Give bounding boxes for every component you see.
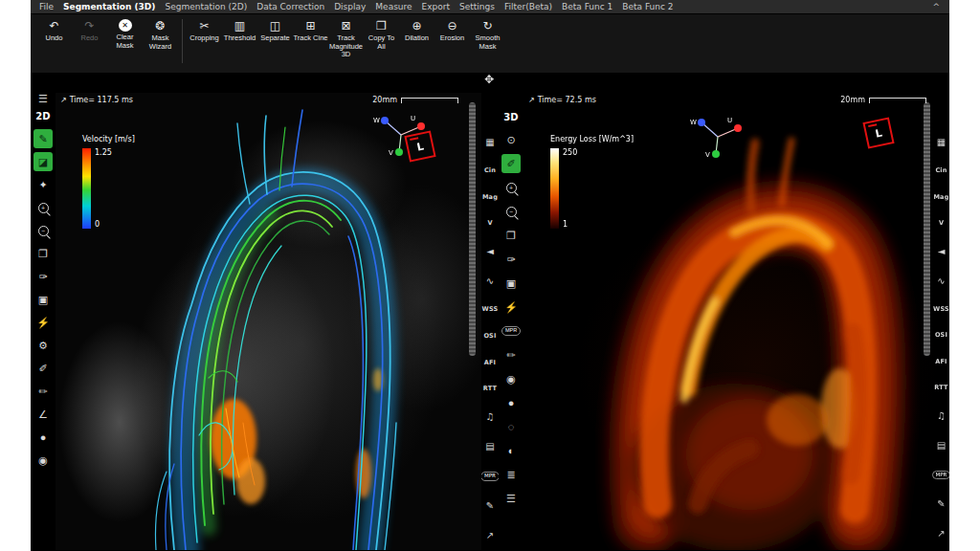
rtt-button[interactable]: RTT <box>483 386 497 392</box>
pencil-icon[interactable]: ✎ <box>937 499 945 509</box>
mag-button[interactable]: Mag <box>933 194 948 201</box>
duplicate-tool-button[interactable]: ❐ <box>33 244 53 263</box>
eraser-tool-button[interactable]: ◪ <box>33 152 53 171</box>
label-map-icon: ▣ <box>38 295 48 305</box>
menu-settings[interactable]: Settings <box>455 2 500 11</box>
left-viewport[interactable]: ↗ Time= 117.5 ms 20mm Velocity [m/s] 1.2… <box>56 93 481 550</box>
scale-ruler <box>401 98 458 103</box>
label-map-tool-button[interactable]: ▣ <box>501 274 521 293</box>
lines-tool-button[interactable]: ≣ <box>501 465 521 484</box>
rtt-button[interactable]: RTT <box>934 385 947 391</box>
menu-display[interactable]: Display <box>329 2 370 11</box>
annotate-tool-button[interactable]: ✏ <box>501 345 521 364</box>
threshold-button[interactable]: ▥ Threshold <box>222 17 257 43</box>
smooth-brush-tool-button[interactable]: ✑ <box>33 267 53 286</box>
cine-button[interactable]: Cin <box>484 167 496 174</box>
clear-mask-button[interactable]: ✕ Clear Mask <box>107 17 143 50</box>
menu-beta-func-1[interactable]: Beta Func 1 <box>557 2 617 11</box>
menu-filter-beta[interactable]: Filter(Beta) <box>500 2 557 11</box>
notes-icon[interactable]: ♫ <box>937 411 946 421</box>
velocity-button[interactable]: V <box>487 220 492 227</box>
mpr-chip[interactable]: MPR <box>480 472 500 481</box>
angle-tool-button[interactable]: ∠ <box>33 405 53 424</box>
copy-to-all-button[interactable]: ❐ Copy To All <box>364 17 399 51</box>
track-cine-button[interactable]: ⊞ Track Cine <box>293 17 328 43</box>
expand-icon[interactable]: ↗ <box>60 96 67 104</box>
wss-button[interactable]: WSS <box>482 306 499 313</box>
camera-tool-button[interactable]: ◉ <box>501 369 521 388</box>
track-magnitude-3d-button[interactable]: ⊠ Track Magnitude 3D <box>328 17 364 59</box>
osi-button[interactable]: OSI <box>935 332 947 339</box>
spinner-tool-button[interactable]: ◌ <box>501 417 521 436</box>
menu-segmentation-3d[interactable]: Segmentation (3D) <box>58 2 160 11</box>
redo-button[interactable]: ↷ Redo <box>72 17 107 43</box>
menu-data-correction[interactable]: Data Correction <box>252 2 329 11</box>
speaker-icon[interactable]: ◄ <box>486 247 494 256</box>
menu-measure[interactable]: Measure <box>370 2 416 11</box>
menu-segmentation-2d[interactable]: Segmentation (2D) <box>160 2 252 11</box>
dropper-tool-button[interactable]: ✐ <box>33 359 53 378</box>
expand-icon[interactable]: ↗ <box>486 531 494 540</box>
zoom-in-icon: + <box>38 203 49 213</box>
contrast-tool-button[interactable]: ◐ <box>501 441 521 460</box>
settings-tool-button[interactable]: ⚙ <box>33 336 53 355</box>
erosion-button[interactable]: ⊖ Erosion <box>434 17 470 43</box>
paint-tool-button[interactable]: ✐ <box>501 154 521 173</box>
smooth-mask-button[interactable]: ↻ Smooth Mask <box>470 17 505 51</box>
cropping-button[interactable]: ✂ Cropping <box>187 17 222 43</box>
flash-tool-button[interactable]: ⚡ <box>501 298 521 317</box>
zoom-out-tool-button[interactable]: − <box>33 221 53 240</box>
cine-button[interactable]: Cin <box>935 167 947 174</box>
zoom-out-icon: − <box>506 207 517 217</box>
dilation-button[interactable]: ⊕ Dilation <box>399 17 434 43</box>
grid-icon[interactable]: ▦ <box>937 138 946 147</box>
afi-button[interactable]: AFI <box>935 359 947 365</box>
grid2-icon[interactable]: ▤ <box>485 442 494 452</box>
brush-tool-button[interactable]: ✑ <box>501 250 521 269</box>
pencil-tool-button[interactable]: ✎ <box>33 129 53 148</box>
wave-icon[interactable]: ∿ <box>937 276 945 286</box>
grid-icon[interactable]: ▦ <box>485 138 494 147</box>
osi-button[interactable]: OSI <box>483 333 496 340</box>
expand-icon[interactable]: ↗ <box>937 529 945 539</box>
menu-beta-func-2[interactable]: Beta Func 2 <box>617 2 678 11</box>
undo-button[interactable]: ↶ Undo <box>36 17 72 43</box>
camera-tool-button[interactable]: ◉ <box>33 451 53 470</box>
wss-button[interactable]: WSS <box>933 306 949 313</box>
wave-icon[interactable]: ∿ <box>486 276 494 286</box>
viewport-splitter-handle[interactable]: ✥ <box>484 73 494 86</box>
speaker-icon[interactable]: ◄ <box>938 247 946 256</box>
mask-wizard-button[interactable]: ❂ Mask Wizard <box>143 17 178 51</box>
droplet-tool-button[interactable]: ● <box>501 393 521 412</box>
hamburger-menu-icon[interactable]: ☰ <box>38 93 48 105</box>
grid2-icon[interactable]: ▤ <box>937 441 946 451</box>
right-viewport[interactable]: ↗ Time= 72.5 ms 20mm Energy Loss [W/m^3]… <box>523 93 949 550</box>
collapse-ribbon-button[interactable]: ^ <box>932 2 946 11</box>
zoom-in-tool-button[interactable]: + <box>33 198 53 217</box>
label-map-tool-button[interactable]: ▣ <box>33 290 53 309</box>
mpr-tool-button[interactable]: MPR <box>501 321 521 341</box>
zoom-out-tool-button[interactable]: − <box>501 202 521 221</box>
droplet-icon: ● <box>40 432 47 443</box>
zoom-in-tool-button[interactable]: + <box>501 178 521 197</box>
slice-scrollbar[interactable] <box>469 102 476 356</box>
menu-file[interactable]: File <box>34 2 58 11</box>
separate-button[interactable]: ◫ Separate <box>257 17 293 43</box>
menu-export[interactable]: Export <box>417 2 455 11</box>
power-tool-button[interactable]: ⊙ <box>501 130 521 149</box>
droplet-tool-button[interactable]: ● <box>33 428 53 447</box>
pencil-icon[interactable]: ✎ <box>486 501 494 511</box>
velocity-button[interactable]: V <box>939 220 944 227</box>
stack-tool-button[interactable]: ☰ <box>501 489 521 508</box>
pencil2-icon: ✏ <box>38 386 47 397</box>
expand-icon[interactable]: ↗ <box>528 96 535 104</box>
afi-button[interactable]: AFI <box>484 360 497 366</box>
mag-button[interactable]: Mag <box>482 194 498 201</box>
slice-scrollbar[interactable] <box>924 102 930 356</box>
flash-tool-button[interactable]: ⚡ <box>33 313 53 332</box>
mpr-chip[interactable]: MPR <box>932 471 949 480</box>
annotate-tool-button[interactable]: ✏ <box>33 382 53 401</box>
duplicate-tool-button[interactable]: ❐ <box>501 226 521 245</box>
magic-wand-tool-button[interactable]: ✦ <box>33 175 53 194</box>
notes-icon[interactable]: ♫ <box>486 412 495 422</box>
